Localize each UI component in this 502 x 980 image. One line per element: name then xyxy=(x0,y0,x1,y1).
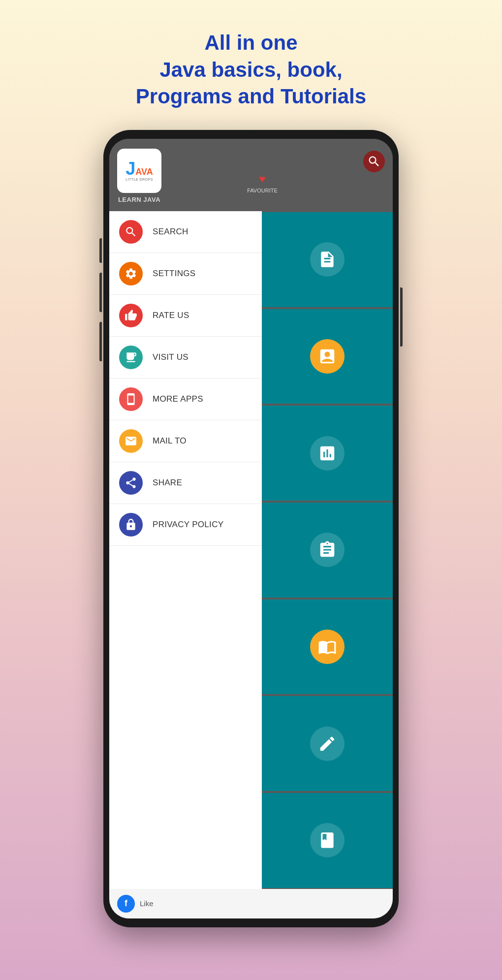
content-card-2[interactable] xyxy=(262,309,393,404)
logo-j: J xyxy=(126,160,135,178)
card-icon-2 xyxy=(310,339,345,374)
app-logo: J AVA LITTLE DROPS xyxy=(117,149,161,193)
sidebar-item-share[interactable]: SHARE xyxy=(109,462,262,504)
mail-label: MAIL TO xyxy=(153,436,187,446)
more-label: MORE APPS xyxy=(153,394,203,404)
sidebar-item-rate[interactable]: RATE US xyxy=(109,295,262,337)
app-content: SEARCH SETTINGS xyxy=(109,211,393,889)
facebook-bar[interactable]: f Like xyxy=(109,889,393,918)
sidebar-item-search[interactable]: SEARCH xyxy=(109,211,262,253)
settings-menu-icon xyxy=(119,262,143,285)
app-header: J AVA LITTLE DROPS LEARN JAVA ♥ FAVOURIT… xyxy=(109,139,393,211)
right-panel xyxy=(262,211,393,889)
logo-sub: LITTLE DROPS xyxy=(126,178,153,181)
sidebar-item-settings[interactable]: SETTINGS xyxy=(109,253,262,295)
phone-silent xyxy=(99,322,102,361)
share-label: SHARE xyxy=(153,478,182,488)
app-title: LEARN JAVA xyxy=(118,196,160,203)
app-logo-area: J AVA LITTLE DROPS LEARN JAVA xyxy=(117,149,161,203)
sidebar-item-mail[interactable]: MAIL TO xyxy=(109,420,262,462)
favourite-area[interactable]: ♥ FAVOURITE xyxy=(247,173,278,193)
sidebar-item-visit[interactable]: VISIT US xyxy=(109,337,262,379)
privacy-menu-icon xyxy=(119,513,143,537)
card-icon-4 xyxy=(310,533,345,567)
content-card-4[interactable] xyxy=(262,503,393,598)
content-card-7[interactable] xyxy=(262,793,393,888)
phone-power xyxy=(400,287,403,347)
heart-icon: ♥ xyxy=(259,173,265,186)
page-header: All in one Java basics, book, Programs a… xyxy=(126,0,376,130)
logo-ava: AVA xyxy=(135,167,153,176)
share-menu-icon xyxy=(119,471,143,495)
search-icon xyxy=(367,155,381,168)
rate-menu-icon xyxy=(119,304,143,327)
search-button[interactable] xyxy=(363,151,385,172)
card-icon-1 xyxy=(310,242,345,277)
card-icon-5 xyxy=(310,630,345,664)
phone-screen: J AVA LITTLE DROPS LEARN JAVA ♥ FAVOURIT… xyxy=(109,139,393,918)
sidebar-item-privacy[interactable]: PRIVACY POLICY xyxy=(109,504,262,546)
visit-label: VISIT US xyxy=(153,352,188,362)
privacy-label: PRIVACY POLICY xyxy=(153,520,223,530)
visit-menu-icon xyxy=(119,346,143,369)
card-icon-7 xyxy=(310,823,345,857)
content-card-5[interactable] xyxy=(262,600,393,695)
settings-label: SETTINGS xyxy=(153,269,195,279)
favourite-label: FAVOURITE xyxy=(247,188,278,193)
card-icon-3 xyxy=(310,436,345,471)
mail-menu-icon xyxy=(119,429,143,453)
sidebar: SEARCH SETTINGS xyxy=(109,211,262,889)
content-card-1[interactable] xyxy=(262,212,393,307)
facebook-icon: f xyxy=(117,895,135,913)
content-card-6[interactable] xyxy=(262,696,393,791)
fb-like-label: Like xyxy=(140,899,154,908)
search-menu-icon xyxy=(119,220,143,244)
fb-letter: f xyxy=(125,898,127,909)
more-menu-icon xyxy=(119,387,143,411)
phone-frame: J AVA LITTLE DROPS LEARN JAVA ♥ FAVOURIT… xyxy=(103,130,399,927)
phone-volume-up xyxy=(99,238,102,263)
rate-label: RATE US xyxy=(153,311,189,320)
search-label: SEARCH xyxy=(153,227,188,237)
content-card-3[interactable] xyxy=(262,406,393,501)
page-title: All in one Java basics, book, Programs a… xyxy=(136,30,366,110)
phone-volume-down xyxy=(99,273,102,312)
card-icon-6 xyxy=(310,727,345,761)
sidebar-item-more[interactable]: MORE APPS xyxy=(109,379,262,420)
